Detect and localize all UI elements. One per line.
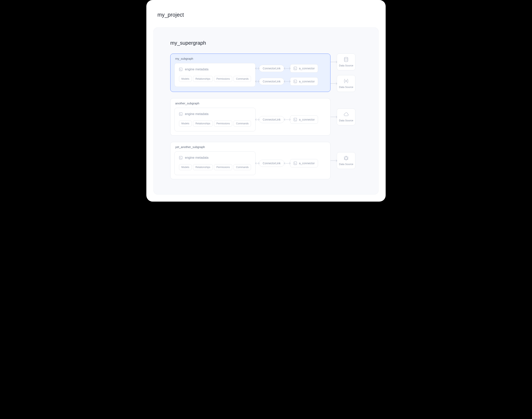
flow-line: ConnectorLink a_connector (256, 77, 326, 86)
connector-arrow (284, 163, 290, 163)
terminal-icon (293, 161, 297, 165)
metadata-chip: Commands (233, 120, 251, 127)
metadata-chips: ModelsRelationshipsPermissionsCommands (179, 120, 251, 127)
metadata-chips: ModelsRelationshipsPermissionsCommands (179, 76, 251, 82)
project-canvas: my_project my_supergraph my_subgraph eng… (146, 0, 386, 202)
terminal-icon (293, 80, 297, 83)
connector-arrow (256, 119, 259, 120)
connector-label: a_connector (299, 80, 315, 83)
connector-link-node: ConnectorLink (259, 116, 284, 123)
metadata-chip: Commands (233, 164, 251, 170)
variable-icon (343, 79, 349, 84)
subgraph-row: my_subgraph engine metadata ModelsRelati… (170, 53, 362, 92)
connector-arrow (284, 119, 290, 120)
metadata-chip: Permissions (214, 76, 232, 82)
terminal-icon (179, 112, 183, 116)
metadata-box: engine metadata ModelsRelationshipsPermi… (175, 151, 256, 175)
connector-link-node: ConnectorLink (259, 78, 284, 85)
connector-link-node: ConnectorLink (259, 160, 284, 167)
flow-column: ConnectorLink a_connector ConnectorLink … (256, 63, 326, 87)
flow-column: ConnectorLink a_connector (256, 108, 326, 131)
metadata-chip: Commands (233, 76, 251, 82)
datasource-node: Data Source (337, 75, 355, 92)
metadata-chips: ModelsRelationshipsPermissionsCommands (179, 164, 251, 170)
connector-link-label: ConnectorLink (263, 162, 280, 165)
connector-arrow (330, 117, 337, 117)
metadata-title: engine metadata (185, 156, 208, 159)
subgraph-box: another_subgraph engine metadata ModelsR… (170, 98, 330, 136)
connector-arrow (256, 68, 259, 69)
datasource-node: Data Source (337, 108, 355, 125)
connector-node: a_connector (290, 64, 318, 73)
connector-link-node: ConnectorLink (259, 65, 284, 72)
metadata-chip: Permissions (214, 164, 232, 170)
metadata-box: engine metadata ModelsRelationshipsPermi… (175, 108, 256, 131)
supergraph-card: my_supergraph my_subgraph engine metadat… (153, 27, 379, 195)
terminal-icon (179, 68, 183, 71)
connector-link-label: ConnectorLink (263, 80, 280, 83)
datasource-column: Data Source (337, 98, 370, 136)
subgraph-title: yet_another_subgraph (175, 145, 326, 149)
metadata-chip: Relationships (193, 164, 213, 170)
subgraph-box: my_subgraph engine metadata ModelsRelati… (170, 53, 330, 92)
connector-arrow (256, 163, 259, 163)
metadata-chip: Relationships (193, 76, 213, 82)
database-icon (343, 57, 349, 62)
metadata-title: engine metadata (185, 68, 208, 71)
connector-node: a_connector (290, 77, 318, 86)
subgraph-title: another_subgraph (175, 102, 326, 105)
datasource-label: Data Source (339, 86, 353, 89)
subgraph-box: yet_another_subgraph engine metadata Mod… (170, 142, 330, 179)
connector-arrow (284, 81, 290, 82)
connector-label: a_connector (299, 118, 315, 121)
subgraph-row: yet_another_subgraph engine metadata Mod… (170, 142, 362, 179)
connector-arrow (256, 81, 259, 82)
connector-arrow (330, 160, 337, 161)
terminal-icon (179, 156, 183, 159)
supergraph-title: my_supergraph (170, 40, 362, 46)
connector-node: a_connector (290, 116, 318, 124)
metadata-title: engine metadata (185, 112, 208, 116)
flow-line: ConnectorLink a_connector (256, 159, 326, 167)
metadata-chip: Relationships (193, 120, 213, 127)
subgraph-row: another_subgraph engine metadata ModelsR… (170, 98, 362, 136)
datasource-column: Data Source Data Source (337, 53, 370, 92)
flow-line: ConnectorLink a_connector (256, 116, 326, 124)
connector-link-label: ConnectorLink (263, 67, 280, 70)
datasource-node: Data Source (337, 53, 355, 70)
metadata-box: engine metadata ModelsRelationshipsPermi… (175, 63, 256, 87)
metadata-chip: Models (179, 76, 192, 82)
datasource-column: Data Source (337, 142, 370, 179)
connector-label: a_connector (299, 162, 315, 165)
flow-line: ConnectorLink a_connector (256, 64, 326, 73)
datasource-label: Data Source (339, 163, 353, 166)
connector-link-label: ConnectorLink (263, 118, 280, 121)
project-title: my_project (157, 12, 379, 18)
terminal-icon (293, 67, 297, 70)
datasource-label: Data Source (339, 119, 353, 122)
datasource-label: Data Source (339, 64, 353, 67)
connector-node: a_connector (290, 159, 318, 167)
connector-arrow (330, 83, 337, 84)
terminal-icon (293, 118, 297, 121)
metadata-chip: Models (179, 120, 192, 127)
metadata-chip: Models (179, 164, 192, 170)
graphql-icon (343, 156, 349, 161)
connector-label: a_connector (299, 67, 315, 70)
cloud-icon (343, 112, 349, 117)
metadata-chip: Permissions (214, 120, 232, 127)
flow-column: ConnectorLink a_connector (256, 151, 326, 175)
datasource-node: Data Source (337, 152, 355, 169)
subgraph-title: my_subgraph (175, 57, 326, 60)
connector-arrow (330, 62, 337, 62)
connector-arrow (284, 68, 290, 69)
